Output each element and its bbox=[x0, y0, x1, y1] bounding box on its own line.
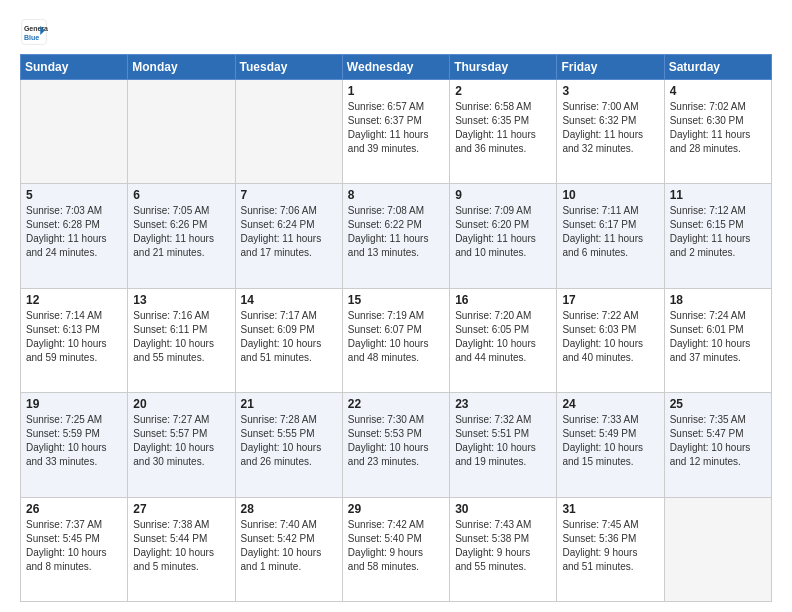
calendar-week-row: 19Sunrise: 7:25 AM Sunset: 5:59 PM Dayli… bbox=[21, 393, 772, 497]
calendar-cell: 7Sunrise: 7:06 AM Sunset: 6:24 PM Daylig… bbox=[235, 184, 342, 288]
day-number: 14 bbox=[241, 293, 337, 307]
day-number: 30 bbox=[455, 502, 551, 516]
weekday-tuesday: Tuesday bbox=[235, 55, 342, 80]
day-number: 25 bbox=[670, 397, 766, 411]
day-info: Sunrise: 7:11 AM Sunset: 6:17 PM Dayligh… bbox=[562, 204, 658, 260]
weekday-thursday: Thursday bbox=[450, 55, 557, 80]
day-number: 21 bbox=[241, 397, 337, 411]
day-info: Sunrise: 7:24 AM Sunset: 6:01 PM Dayligh… bbox=[670, 309, 766, 365]
day-number: 26 bbox=[26, 502, 122, 516]
day-info: Sunrise: 7:03 AM Sunset: 6:28 PM Dayligh… bbox=[26, 204, 122, 260]
day-info: Sunrise: 7:32 AM Sunset: 5:51 PM Dayligh… bbox=[455, 413, 551, 469]
calendar-week-row: 1Sunrise: 6:57 AM Sunset: 6:37 PM Daylig… bbox=[21, 80, 772, 184]
day-number: 3 bbox=[562, 84, 658, 98]
day-info: Sunrise: 7:20 AM Sunset: 6:05 PM Dayligh… bbox=[455, 309, 551, 365]
day-number: 16 bbox=[455, 293, 551, 307]
day-number: 13 bbox=[133, 293, 229, 307]
calendar-cell: 10Sunrise: 7:11 AM Sunset: 6:17 PM Dayli… bbox=[557, 184, 664, 288]
day-info: Sunrise: 7:06 AM Sunset: 6:24 PM Dayligh… bbox=[241, 204, 337, 260]
calendar-cell bbox=[235, 80, 342, 184]
day-number: 22 bbox=[348, 397, 444, 411]
day-number: 31 bbox=[562, 502, 658, 516]
day-number: 27 bbox=[133, 502, 229, 516]
calendar-week-row: 12Sunrise: 7:14 AM Sunset: 6:13 PM Dayli… bbox=[21, 288, 772, 392]
calendar-cell: 15Sunrise: 7:19 AM Sunset: 6:07 PM Dayli… bbox=[342, 288, 449, 392]
logo-icon: General Blue bbox=[20, 18, 48, 46]
calendar-cell: 6Sunrise: 7:05 AM Sunset: 6:26 PM Daylig… bbox=[128, 184, 235, 288]
calendar-cell: 25Sunrise: 7:35 AM Sunset: 5:47 PM Dayli… bbox=[664, 393, 771, 497]
calendar-cell bbox=[664, 497, 771, 601]
day-info: Sunrise: 7:30 AM Sunset: 5:53 PM Dayligh… bbox=[348, 413, 444, 469]
day-info: Sunrise: 7:09 AM Sunset: 6:20 PM Dayligh… bbox=[455, 204, 551, 260]
day-info: Sunrise: 7:14 AM Sunset: 6:13 PM Dayligh… bbox=[26, 309, 122, 365]
calendar-cell: 14Sunrise: 7:17 AM Sunset: 6:09 PM Dayli… bbox=[235, 288, 342, 392]
day-info: Sunrise: 7:12 AM Sunset: 6:15 PM Dayligh… bbox=[670, 204, 766, 260]
day-info: Sunrise: 7:27 AM Sunset: 5:57 PM Dayligh… bbox=[133, 413, 229, 469]
day-number: 8 bbox=[348, 188, 444, 202]
day-info: Sunrise: 7:45 AM Sunset: 5:36 PM Dayligh… bbox=[562, 518, 658, 574]
calendar-cell: 13Sunrise: 7:16 AM Sunset: 6:11 PM Dayli… bbox=[128, 288, 235, 392]
day-info: Sunrise: 7:28 AM Sunset: 5:55 PM Dayligh… bbox=[241, 413, 337, 469]
day-number: 24 bbox=[562, 397, 658, 411]
calendar-cell: 2Sunrise: 6:58 AM Sunset: 6:35 PM Daylig… bbox=[450, 80, 557, 184]
calendar-cell bbox=[21, 80, 128, 184]
calendar-cell: 26Sunrise: 7:37 AM Sunset: 5:45 PM Dayli… bbox=[21, 497, 128, 601]
page: General Blue SundayMondayTuesdayWednesda… bbox=[0, 0, 792, 612]
day-number: 7 bbox=[241, 188, 337, 202]
day-info: Sunrise: 7:00 AM Sunset: 6:32 PM Dayligh… bbox=[562, 100, 658, 156]
day-info: Sunrise: 7:05 AM Sunset: 6:26 PM Dayligh… bbox=[133, 204, 229, 260]
day-info: Sunrise: 7:42 AM Sunset: 5:40 PM Dayligh… bbox=[348, 518, 444, 574]
calendar-week-row: 26Sunrise: 7:37 AM Sunset: 5:45 PM Dayli… bbox=[21, 497, 772, 601]
day-number: 4 bbox=[670, 84, 766, 98]
day-info: Sunrise: 7:02 AM Sunset: 6:30 PM Dayligh… bbox=[670, 100, 766, 156]
calendar-cell: 3Sunrise: 7:00 AM Sunset: 6:32 PM Daylig… bbox=[557, 80, 664, 184]
day-info: Sunrise: 7:08 AM Sunset: 6:22 PM Dayligh… bbox=[348, 204, 444, 260]
day-number: 18 bbox=[670, 293, 766, 307]
day-info: Sunrise: 7:38 AM Sunset: 5:44 PM Dayligh… bbox=[133, 518, 229, 574]
calendar-cell: 18Sunrise: 7:24 AM Sunset: 6:01 PM Dayli… bbox=[664, 288, 771, 392]
calendar-cell: 5Sunrise: 7:03 AM Sunset: 6:28 PM Daylig… bbox=[21, 184, 128, 288]
day-info: Sunrise: 7:16 AM Sunset: 6:11 PM Dayligh… bbox=[133, 309, 229, 365]
day-info: Sunrise: 6:57 AM Sunset: 6:37 PM Dayligh… bbox=[348, 100, 444, 156]
calendar-cell: 24Sunrise: 7:33 AM Sunset: 5:49 PM Dayli… bbox=[557, 393, 664, 497]
calendar-cell: 16Sunrise: 7:20 AM Sunset: 6:05 PM Dayli… bbox=[450, 288, 557, 392]
day-number: 28 bbox=[241, 502, 337, 516]
weekday-wednesday: Wednesday bbox=[342, 55, 449, 80]
header: General Blue bbox=[20, 18, 772, 46]
weekday-header-row: SundayMondayTuesdayWednesdayThursdayFrid… bbox=[21, 55, 772, 80]
weekday-monday: Monday bbox=[128, 55, 235, 80]
calendar-cell: 22Sunrise: 7:30 AM Sunset: 5:53 PM Dayli… bbox=[342, 393, 449, 497]
day-info: Sunrise: 7:37 AM Sunset: 5:45 PM Dayligh… bbox=[26, 518, 122, 574]
calendar-cell: 11Sunrise: 7:12 AM Sunset: 6:15 PM Dayli… bbox=[664, 184, 771, 288]
day-number: 5 bbox=[26, 188, 122, 202]
weekday-friday: Friday bbox=[557, 55, 664, 80]
logo: General Blue bbox=[20, 18, 50, 46]
day-number: 17 bbox=[562, 293, 658, 307]
svg-text:Blue: Blue bbox=[24, 34, 39, 41]
calendar-cell: 4Sunrise: 7:02 AM Sunset: 6:30 PM Daylig… bbox=[664, 80, 771, 184]
calendar-table: SundayMondayTuesdayWednesdayThursdayFrid… bbox=[20, 54, 772, 602]
day-info: Sunrise: 7:22 AM Sunset: 6:03 PM Dayligh… bbox=[562, 309, 658, 365]
day-number: 15 bbox=[348, 293, 444, 307]
calendar-cell: 27Sunrise: 7:38 AM Sunset: 5:44 PM Dayli… bbox=[128, 497, 235, 601]
day-info: Sunrise: 7:33 AM Sunset: 5:49 PM Dayligh… bbox=[562, 413, 658, 469]
day-info: Sunrise: 7:40 AM Sunset: 5:42 PM Dayligh… bbox=[241, 518, 337, 574]
day-info: Sunrise: 7:19 AM Sunset: 6:07 PM Dayligh… bbox=[348, 309, 444, 365]
calendar-cell: 23Sunrise: 7:32 AM Sunset: 5:51 PM Dayli… bbox=[450, 393, 557, 497]
day-number: 6 bbox=[133, 188, 229, 202]
day-number: 9 bbox=[455, 188, 551, 202]
day-number: 19 bbox=[26, 397, 122, 411]
calendar-cell: 17Sunrise: 7:22 AM Sunset: 6:03 PM Dayli… bbox=[557, 288, 664, 392]
day-number: 2 bbox=[455, 84, 551, 98]
day-info: Sunrise: 7:17 AM Sunset: 6:09 PM Dayligh… bbox=[241, 309, 337, 365]
calendar-cell: 30Sunrise: 7:43 AM Sunset: 5:38 PM Dayli… bbox=[450, 497, 557, 601]
svg-text:General: General bbox=[24, 25, 48, 32]
calendar-cell: 9Sunrise: 7:09 AM Sunset: 6:20 PM Daylig… bbox=[450, 184, 557, 288]
calendar-cell: 1Sunrise: 6:57 AM Sunset: 6:37 PM Daylig… bbox=[342, 80, 449, 184]
day-info: Sunrise: 7:35 AM Sunset: 5:47 PM Dayligh… bbox=[670, 413, 766, 469]
calendar-cell: 21Sunrise: 7:28 AM Sunset: 5:55 PM Dayli… bbox=[235, 393, 342, 497]
calendar-week-row: 5Sunrise: 7:03 AM Sunset: 6:28 PM Daylig… bbox=[21, 184, 772, 288]
day-number: 10 bbox=[562, 188, 658, 202]
day-info: Sunrise: 7:43 AM Sunset: 5:38 PM Dayligh… bbox=[455, 518, 551, 574]
day-number: 12 bbox=[26, 293, 122, 307]
